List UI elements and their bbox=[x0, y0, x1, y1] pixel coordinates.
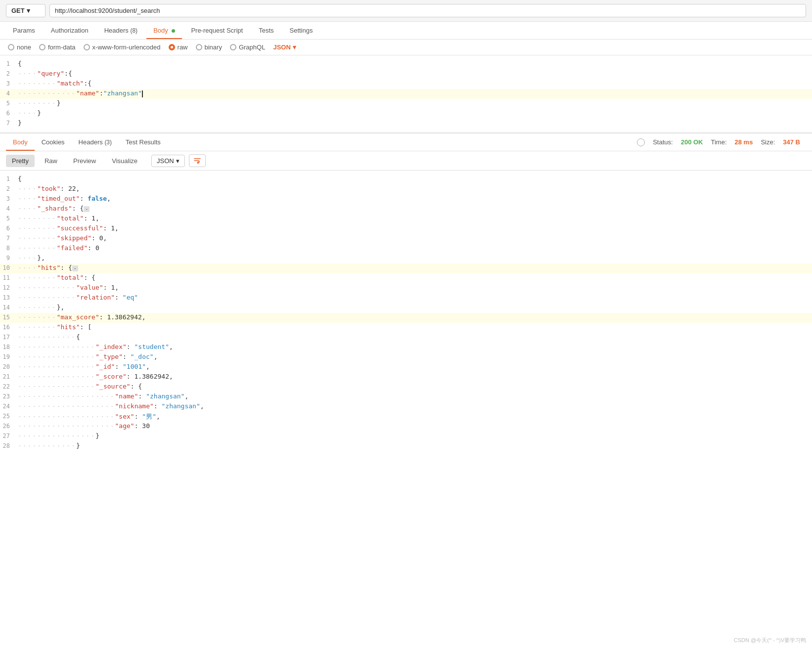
size-value: 347 B bbox=[783, 138, 800, 146]
response-status-bar: Status: 200 OK Time: 28 ms Size: 347 B bbox=[637, 138, 806, 146]
resp-line-13: 13 ············"relation": "eq" bbox=[0, 293, 812, 303]
resp-line-17: 17 ············{ bbox=[0, 333, 812, 343]
format-tab-visualize[interactable]: Visualize bbox=[106, 155, 143, 167]
resp-line-28: 28 ············} bbox=[0, 441, 812, 451]
resp-line-8: 8 ········"failed": 0 bbox=[0, 244, 812, 254]
status-value: 200 OK bbox=[681, 138, 703, 146]
body-type-formdata[interactable]: form-data bbox=[39, 43, 76, 51]
format-select[interactable]: JSON ▾ bbox=[151, 155, 185, 167]
resp-line-24: 24 ····················"nickname": "zhan… bbox=[0, 402, 812, 412]
req-line-7: 7 } bbox=[0, 119, 812, 129]
resp-line-9: 9 ····}, bbox=[0, 254, 812, 263]
body-type-binary[interactable]: binary bbox=[196, 43, 222, 51]
json-format-selector[interactable]: JSON ▾ bbox=[273, 43, 296, 51]
req-line-2: 2 ····"query":{ bbox=[0, 69, 812, 79]
format-tab-raw[interactable]: Raw bbox=[39, 155, 63, 167]
method-label: GET bbox=[11, 7, 25, 14]
resp-line-11: 11 ········"total": { bbox=[0, 273, 812, 283]
body-active-dot bbox=[172, 29, 175, 33]
format-chevron: ▾ bbox=[176, 157, 180, 165]
body-type-graphql[interactable]: GraphQL bbox=[230, 43, 265, 51]
req-line-4: 4 ············"name":"zhangsan" bbox=[0, 89, 812, 99]
resp-line-26: 26 ····················"age": 30 bbox=[0, 422, 812, 432]
request-code-editor[interactable]: 1 { 2 ····"query":{ 3 ········"match":{ … bbox=[0, 55, 812, 133]
body-type-urlencoded[interactable]: x-www-form-urlencoded bbox=[84, 43, 161, 51]
resp-tab-headers[interactable]: Headers (3) bbox=[72, 133, 119, 151]
body-type-bar: none form-data x-www-form-urlencoded raw… bbox=[0, 40, 812, 55]
resp-line-22: 22 ················"_source": { bbox=[0, 382, 812, 392]
tab-authorization[interactable]: Authorization bbox=[44, 22, 95, 39]
response-section: Body Cookies Headers (3) Test Results St… bbox=[0, 133, 812, 455]
radio-graphql bbox=[230, 44, 236, 50]
method-chevron: ▾ bbox=[27, 7, 30, 14]
globe-icon bbox=[637, 138, 645, 146]
status-label: Status: bbox=[653, 138, 673, 146]
resp-line-20: 20 ················"_id": "1001", bbox=[0, 362, 812, 372]
fold-shards[interactable]: - bbox=[84, 206, 90, 212]
radio-binary bbox=[196, 44, 202, 50]
resp-line-19: 19 ················"_type": "_doc", bbox=[0, 352, 812, 362]
radio-formdata bbox=[39, 44, 45, 50]
body-type-raw[interactable]: raw bbox=[169, 43, 188, 51]
resp-line-1: 1 { bbox=[0, 174, 812, 184]
wrap-button[interactable] bbox=[189, 154, 206, 167]
time-value: 28 ms bbox=[735, 138, 753, 146]
resp-line-5: 5 ········"total": 1, bbox=[0, 214, 812, 224]
url-bar: GET ▾ bbox=[0, 0, 812, 22]
req-line-1: 1 { bbox=[0, 59, 812, 69]
format-tab-pretty[interactable]: Pretty bbox=[6, 155, 35, 167]
resp-tab-cookies[interactable]: Cookies bbox=[35, 133, 72, 151]
tab-tests[interactable]: Tests bbox=[252, 22, 280, 39]
resp-line-4: 4 ····"_shards": {- bbox=[0, 204, 812, 214]
response-tab-bar: Body Cookies Headers (3) Test Results St… bbox=[0, 133, 812, 151]
radio-none bbox=[8, 44, 14, 50]
tab-params[interactable]: Params bbox=[6, 22, 42, 39]
tab-body[interactable]: Body bbox=[146, 22, 182, 39]
resp-line-25: 25 ····················"sex": "男", bbox=[0, 412, 812, 422]
url-input[interactable] bbox=[49, 4, 806, 17]
req-line-5: 5 ········} bbox=[0, 99, 812, 109]
resp-line-10: 10 ····"hits": {- bbox=[0, 263, 812, 273]
resp-line-23: 23 ····················"name": "zhangsan… bbox=[0, 392, 812, 402]
tab-settings[interactable]: Settings bbox=[283, 22, 320, 39]
req-line-3: 3 ········"match":{ bbox=[0, 79, 812, 89]
resp-line-14: 14 ········}, bbox=[0, 303, 812, 313]
request-tab-bar: Params Authorization Headers (8) Body Pr… bbox=[0, 22, 812, 40]
fold-hits[interactable]: - bbox=[72, 265, 78, 271]
req-line-6: 6 ····} bbox=[0, 109, 812, 119]
resp-line-2: 2 ····"took": 22, bbox=[0, 184, 812, 194]
body-type-none[interactable]: none bbox=[8, 43, 31, 51]
size-label: Size: bbox=[761, 138, 775, 146]
time-label: Time: bbox=[711, 138, 726, 146]
radio-urlencoded bbox=[84, 44, 90, 50]
response-body: 1 { 2 ····"took": 22, 3 ····"timed_out":… bbox=[0, 171, 812, 455]
resp-line-21: 21 ················"_score": 1.3862942, bbox=[0, 372, 812, 382]
radio-raw bbox=[169, 44, 175, 50]
resp-tab-body[interactable]: Body bbox=[6, 133, 35, 151]
resp-tab-testresults[interactable]: Test Results bbox=[119, 133, 168, 151]
resp-line-7: 7 ········"skipped": 0, bbox=[0, 234, 812, 244]
resp-line-16: 16 ········"hits": [ bbox=[0, 323, 812, 333]
resp-line-6: 6 ········"successful": 1, bbox=[0, 224, 812, 234]
resp-line-3: 3 ····"timed_out": false, bbox=[0, 194, 812, 204]
resp-line-27: 27 ················} bbox=[0, 432, 812, 441]
method-selector[interactable]: GET ▾ bbox=[6, 4, 45, 17]
resp-line-15: 15 ········"max_score": 1.3862942, bbox=[0, 313, 812, 323]
resp-line-18: 18 ················"_index": "student", bbox=[0, 343, 812, 352]
tab-prerequest[interactable]: Pre-request Script bbox=[184, 22, 250, 39]
tab-headers[interactable]: Headers (8) bbox=[97, 22, 144, 39]
resp-line-12: 12 ············"value": 1, bbox=[0, 283, 812, 293]
json-chevron: ▾ bbox=[293, 43, 296, 51]
format-tab-preview[interactable]: Preview bbox=[67, 155, 102, 167]
format-bar: Pretty Raw Preview Visualize JSON ▾ bbox=[0, 151, 812, 171]
